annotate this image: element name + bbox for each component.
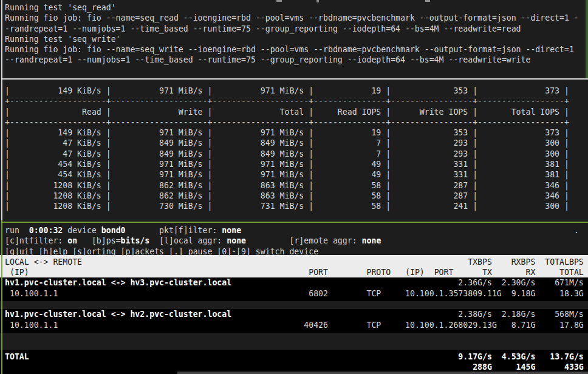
rxbps-header: RXBPS: [492, 257, 535, 267]
local-port: 40426: [58, 321, 328, 330]
total-tx-bytes: 288G: [5, 362, 492, 372]
remote-port: 6802: [453, 321, 473, 330]
remote-ip-header: (IP): [391, 268, 425, 277]
local-port: 6802: [58, 289, 328, 298]
total-total-rate: 13.7G/s: [535, 352, 583, 361]
table-row: | 1208 KiB/s | 862 MiB/s | 863 MiB/s | 5…: [5, 191, 588, 201]
remote-aggr-label: [r]emote aggr:: [246, 236, 357, 245]
jnettop-keys-line: [q]uit [h]elp [s]orting [p]ackets [.] pa…: [5, 246, 588, 257]
connection-row-hosts: hv1.pvc-cluster.local <-> hv2.pvc-cluste…: [5, 309, 588, 319]
fio-log-line: -randrepeat=1 --numjobs=1 --time_based -…: [5, 24, 588, 34]
table-row: | 1208 KiB/s | 862 MiB/s | 863 MiB/s | 5…: [5, 180, 588, 191]
tx-rate: 2.38G/s: [231, 310, 492, 319]
table-row: | 1208 KiB/s | 730 MiB/s | 731 MiB/s | 5…: [5, 201, 588, 211]
table-row: | 454 KiB/s | 971 MiB/s | 971 MiB/s | 49…: [5, 169, 588, 180]
spinner: .: [241, 226, 579, 235]
table-header-row: | Read | Write | Total | Read IOPS | Wri…: [5, 107, 588, 117]
rx-header: RX: [492, 268, 535, 277]
fio-log-pane: Running test 'seq_read'Running fio job: …: [0, 0, 588, 79]
pane-divider-active: [1, 222, 588, 223]
total-rx-rate: 4.53G/s: [492, 352, 535, 361]
total-header: TOTAL: [535, 268, 583, 277]
table-row-scrollback: | 149 KiB/s | 971 MiB/s | 971 MiB/s | 19…: [5, 86, 588, 96]
rx-bytes: 9.18G: [502, 289, 536, 298]
table-row: | 47 KiB/s | 849 MiB/s | 849 MiB/s | 7 |…: [5, 149, 588, 159]
cntfilter-value: on: [63, 236, 77, 245]
clipped-previous-line-mark: [425, 0, 430, 2]
pkt-filter-value: none: [217, 226, 241, 235]
total-bytes: 18.3G: [535, 289, 583, 298]
total-total-bytes: 433G: [535, 362, 583, 372]
tx-header: TX: [453, 268, 492, 277]
tx-bytes: 9.11G: [477, 289, 502, 298]
table-row: | 454 KiB/s | 971 MiB/s | 971 MiB/s | 49…: [5, 159, 588, 169]
pane-divider-inactive: [1, 78, 588, 80]
txbps-header: TXBPS: [82, 257, 492, 267]
remote-ip: 10.100.1.2: [381, 321, 453, 330]
pkt-filter-label: pkt[f]ilter:: [126, 226, 217, 235]
totalbps-header: TOTALBPS: [535, 257, 583, 267]
total-label: TOTAL: [5, 352, 29, 361]
blank-line: [5, 330, 588, 341]
local-aggr-value: none: [222, 236, 246, 245]
rx-rate: 2.30G/s: [492, 278, 535, 287]
total-row-bytes: 288G 145G 433G: [5, 362, 588, 372]
connection-hosts: hv1.pvc-cluster.local <-> hv3.pvc-cluste…: [5, 278, 231, 287]
table-row: | 149 KiB/s | 971 MiB/s | 971 MiB/s | 19…: [5, 127, 588, 138]
connection-row-detail: 10.100.1.1 6802 TCP 10.100.1.3573809.11G…: [5, 288, 588, 299]
total-rate: 568M/s: [535, 310, 583, 319]
remote-aggr-value: none: [357, 236, 381, 245]
total-rx-bytes: 145G: [492, 362, 535, 372]
fio-log-line: Running test 'seq_write': [5, 34, 588, 44]
blank-line: [5, 341, 588, 351]
blank-line: [5, 299, 588, 309]
local-port-header: PORT: [29, 268, 328, 277]
results-table-pane: | 149 KiB/s | 971 MiB/s | 971 MiB/s | 19…: [0, 80, 588, 220]
protocol: TCP: [328, 289, 381, 298]
local-ip: 10.100.1.1: [5, 321, 58, 330]
local-aggr-label: [l]ocal aggr:: [149, 236, 222, 245]
remote-port-header: PORT: [425, 268, 454, 277]
table-row: | 47 KiB/s | 849 MiB/s | 849 MiB/s | 7 |…: [5, 138, 588, 148]
terminal-window[interactable]: Running test 'seq_read'Running fio job: …: [0, 0, 588, 374]
remote-ip: 10.100.1.3: [381, 289, 453, 298]
connection-row-hosts: hv1.pvc-cluster.local <-> hv3.pvc-cluste…: [5, 277, 588, 288]
clipped-previous-line-mark: [276, 0, 282, 2]
left-border-active: [1, 220, 2, 374]
total-tx-rate: 9.17G/s: [29, 352, 492, 361]
left-border-inactive: [1, 0, 2, 220]
bps-value: bits/s: [121, 236, 150, 245]
fio-log-line: Running fio job: fio --name=seq_read --i…: [5, 13, 588, 23]
bps-label: [b]ps=: [77, 236, 120, 245]
jnettop-pane: run 0:00:32 device bond0 pkt[f]ilter: no…: [0, 223, 588, 374]
connection-row-detail: 10.100.1.1 40426 TCP 10.100.1.268029.13G…: [5, 320, 588, 330]
tx-rate: 2.36G/s: [231, 278, 492, 287]
total-row-rates: TOTAL 9.17G/s 4.53G/s 13.7G/s: [5, 352, 588, 362]
clipped-bottom-row: [177, 372, 588, 374]
cntfilter-label: [c]ntfilter:: [5, 236, 63, 245]
remote-port: 57380: [453, 289, 477, 298]
device-label: device: [63, 226, 97, 235]
tx-bytes: 9.13G: [473, 321, 497, 330]
jnettop-filter-line: [c]ntfilter: on [b]ps=bits/s [l]ocal agg…: [5, 236, 588, 246]
jnettop-header-row: (IP) PORT PROTO (IP) PORT TX RX TOTAL: [5, 267, 588, 277]
jnettop-header-row: LOCAL <-> REMOTE TXBPS RXBPS TOTALBPS: [5, 257, 588, 267]
table-separator: +--------------------+------------------…: [5, 96, 588, 106]
rx-bytes: 8.71G: [497, 321, 536, 330]
connection-hosts: hv1.pvc-cluster.local <-> hv2.pvc-cluste…: [5, 310, 231, 319]
right-border: [586, 0, 588, 78]
fio-log-line: --randrepeat=1 --numjobs=1 --time_based …: [5, 55, 588, 65]
group-header: LOCAL <-> REMOTE: [5, 257, 82, 267]
local-ip-header: (IP): [5, 268, 29, 277]
run-time: 0:00:32: [19, 226, 63, 235]
total-bytes: 17.8G: [535, 321, 583, 330]
protocol: TCP: [328, 321, 381, 330]
table-separator: +--------------------+------------------…: [5, 117, 588, 127]
rx-rate: 2.18G/s: [492, 310, 535, 319]
local-ip: 10.100.1.1: [5, 289, 58, 298]
proto-header: PROTO: [328, 268, 391, 277]
device-name: bond0: [97, 226, 126, 235]
fio-log-line: Running test 'seq_read': [5, 2, 588, 13]
clipped-previous-line-mark: [316, 0, 319, 2]
total-rate: 671M/s: [535, 278, 583, 287]
